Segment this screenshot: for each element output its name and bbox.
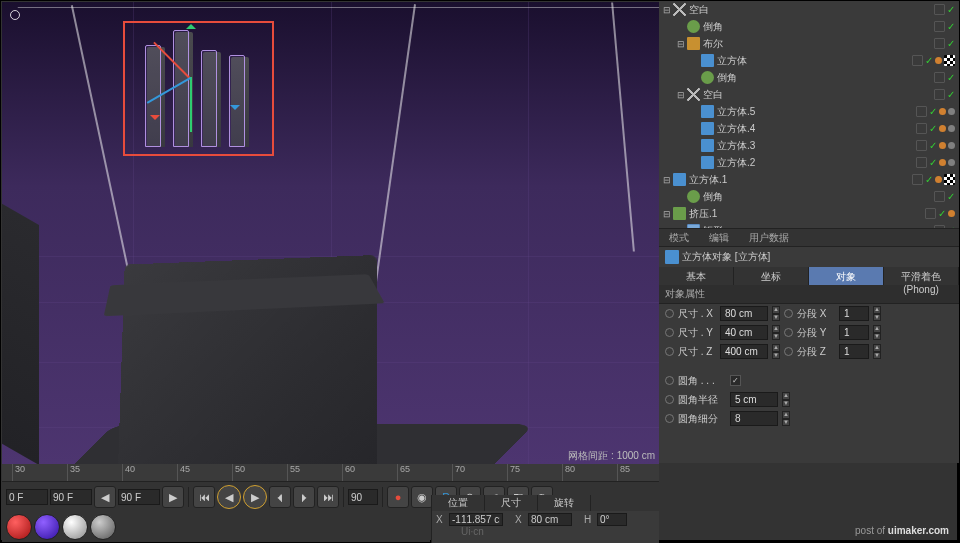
visibility-toggle[interactable] [912,55,923,66]
record-button[interactable]: ● [387,486,409,508]
tab-object[interactable]: 对象 [809,267,884,285]
enable-check-icon[interactable]: ✓ [929,123,937,134]
input-frame-end[interactable] [348,489,378,505]
tag-dot-icon[interactable] [939,125,946,132]
spinner[interactable]: ▲▼ [772,344,780,359]
expander-icon[interactable]: ⊟ [661,208,672,219]
tag-dot-icon[interactable] [948,142,955,149]
enable-check-icon[interactable]: ✓ [925,55,933,66]
input-seg[interactable] [839,325,869,340]
enable-check-icon[interactable]: ✓ [925,174,933,185]
expander-icon[interactable]: ⊟ [661,4,672,15]
spinner[interactable]: ▲▼ [772,306,780,321]
expander-icon[interactable] [689,140,700,151]
step-back-button[interactable]: ⏴ [269,486,291,508]
hierarchy-item[interactable]: 立方体.3✓ [659,137,959,154]
3d-viewport[interactable]: 网格间距 : 1000 cm [2,2,659,464]
coord-tab-rot[interactable]: 旋转 [538,495,591,511]
y-axis[interactable] [190,77,192,132]
spinner[interactable]: ▲▼ [873,306,881,321]
input-fillet-radius[interactable] [730,392,778,407]
step-fwd-button[interactable]: ⏵ [293,486,315,508]
hierarchy-item[interactable]: ⊟空白✓ [659,1,959,18]
input-frame-start[interactable] [6,489,48,505]
visibility-toggle[interactable] [912,174,923,185]
expander-icon[interactable] [689,157,700,168]
material-swatch[interactable] [6,514,32,540]
tag-dot-icon[interactable] [948,125,955,132]
tab-basic[interactable]: 基本 [659,267,734,285]
hierarchy-item[interactable]: ⊟空白✓ [659,86,959,103]
expander-icon[interactable] [675,21,686,32]
expander-icon[interactable]: ⊟ [675,38,686,49]
axis-gizmo[interactable] [190,77,270,157]
material-swatch[interactable] [62,514,88,540]
visibility-toggle[interactable] [934,21,945,32]
enable-check-icon[interactable]: ✓ [947,89,955,100]
hierarchy-item[interactable]: ⊟立方体.1✓ [659,171,959,188]
visibility-toggle[interactable] [916,123,927,134]
expander-icon[interactable]: ⊟ [661,174,672,185]
spinner[interactable]: ▲▼ [782,392,790,407]
tag-dot-icon[interactable] [939,108,946,115]
tab-phong[interactable]: 平滑着色(Phong) [884,267,959,285]
enable-check-icon[interactable]: ✓ [947,21,955,32]
visibility-toggle[interactable] [916,106,927,117]
coord-tab-pos[interactable]: 位置 [432,495,485,511]
enable-check-icon[interactable]: ✓ [947,38,955,49]
tag-dot-icon[interactable] [939,142,946,149]
hierarchy-item[interactable]: 立方体.4✓ [659,120,959,137]
hierarchy-item[interactable]: 倒角✓ [659,69,959,86]
coord-tab-size[interactable]: 尺寸 [485,495,538,511]
enable-check-icon[interactable]: ✓ [929,106,937,117]
next-key-button[interactable]: ▶ [162,486,184,508]
autokey-button[interactable]: ◉ [411,486,433,508]
hierarchy-item[interactable]: 立方体.2✓ [659,154,959,171]
goto-start-button[interactable]: ⏮ [193,486,215,508]
material-swatch[interactable] [34,514,60,540]
expander-icon[interactable] [689,72,700,83]
material-manager[interactable] [2,512,430,542]
expander-icon[interactable] [689,106,700,117]
fillet-checkbox[interactable]: ✓ [730,375,741,386]
hierarchy-item[interactable]: ⊟布尔✓ [659,35,959,52]
enable-check-icon[interactable]: ✓ [947,4,955,15]
input-fillet-sub[interactable] [730,411,778,426]
hierarchy-item[interactable]: 立方体✓ [659,52,959,69]
play-fwd-button[interactable]: ▶ [243,485,267,509]
enable-check-icon[interactable]: ✓ [938,208,946,219]
play-back-button[interactable]: ◀ [217,485,241,509]
visibility-toggle[interactable] [934,89,945,100]
visibility-toggle[interactable] [925,208,936,219]
texture-tag-icon[interactable] [944,174,955,185]
spinner[interactable]: ▲▼ [873,325,881,340]
enable-check-icon[interactable]: ✓ [947,191,955,202]
spinner[interactable]: ▲▼ [772,325,780,340]
size-x-input[interactable] [528,513,572,526]
visibility-toggle[interactable] [916,157,927,168]
tag-dot-icon[interactable] [935,176,942,183]
input-size[interactable] [720,344,768,359]
material-swatch[interactable] [90,514,116,540]
tag-dot-icon[interactable] [948,159,955,166]
object-hierarchy[interactable]: ⊟空白✓倒角✓⊟布尔✓立方体✓倒角✓⊟空白✓立方体.5✓立方体.4✓立方体.3✓… [659,1,959,229]
expander-icon[interactable] [689,55,700,66]
hierarchy-item[interactable]: 倒角✓ [659,188,959,205]
spinner[interactable]: ▲▼ [782,411,790,426]
expander-icon[interactable] [689,123,700,134]
visibility-toggle[interactable] [934,4,945,15]
expander-icon[interactable] [675,191,686,202]
hierarchy-item[interactable]: ⊟挤压.1✓ [659,205,959,222]
rot-h-input[interactable] [597,513,627,526]
visibility-toggle[interactable] [934,72,945,83]
spinner[interactable]: ▲▼ [873,344,881,359]
goto-end-button[interactable]: ⏭ [317,486,339,508]
input-frame-cur2[interactable] [118,489,160,505]
hierarchy-item[interactable]: 倒角✓ [659,18,959,35]
hierarchy-item[interactable]: 立方体.5✓ [659,103,959,120]
tag-dot-icon[interactable] [948,108,955,115]
tag-dot-icon[interactable] [939,159,946,166]
input-seg[interactable] [839,306,869,321]
input-size[interactable] [720,325,768,340]
texture-tag-icon[interactable] [944,55,955,66]
